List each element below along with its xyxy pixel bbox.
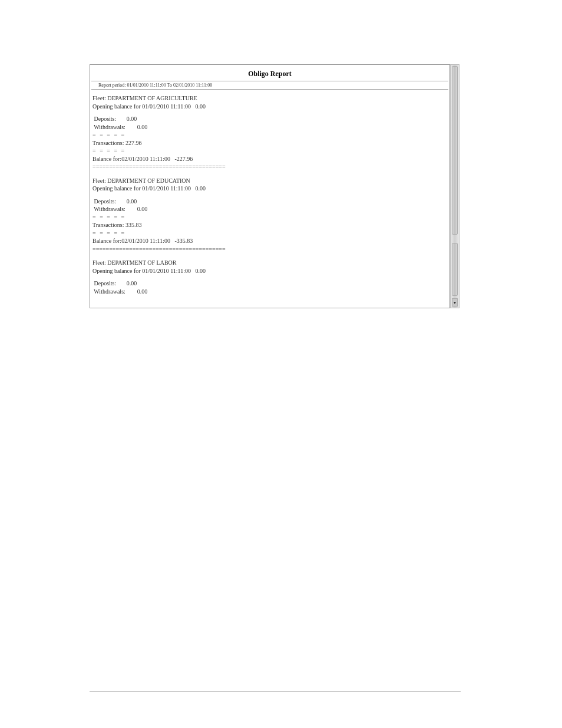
withdrawals-label: Withdrawals:	[94, 124, 125, 130]
transactions-value: 227.96	[125, 140, 142, 146]
balance-prefix: Balance for:	[92, 238, 121, 244]
report-period-value: 01/01/2010 11:11:00 To 02/01/2010 11:11:…	[127, 83, 212, 88]
deposits-row: Deposits: 0.00	[92, 279, 447, 288]
fleet-name-value: DEPARTMENT OF EDUCATION	[107, 177, 190, 184]
fleet-name: Fleet: DEPARTMENT OF LABOR	[92, 259, 447, 267]
fleet-prefix: Fleet:	[92, 177, 107, 184]
opening-balance: Opening balance for 01/01/2010 11:11:00 …	[92, 185, 447, 193]
balance-prefix: Balance for:	[92, 156, 121, 162]
opening-balance: Opening balance for 01/01/2010 11:11:00 …	[92, 103, 447, 111]
separator-dashes: = = = = =	[92, 213, 447, 222]
page-footer-rule	[90, 691, 461, 691]
transactions-row: Transactions: 335.83	[92, 221, 447, 229]
report-frame: Obligo Report Report period: 01/01/2010 …	[90, 64, 450, 308]
withdrawals-label: Withdrawals:	[94, 206, 125, 212]
balance-date: 02/01/2010 11:11:00	[121, 156, 170, 162]
opening-date: 01/01/2010 11:11:00	[142, 185, 191, 192]
report-title: Obligo Report	[90, 65, 449, 81]
fleet-block: Fleet: DEPARTMENT OF LABOR Opening balan…	[92, 259, 447, 295]
transactions-value: 335.83	[125, 222, 142, 228]
withdrawals-value: 0.00	[137, 288, 148, 295]
report-body: Fleet: DEPARTMENT OF AGRICULTURE Opening…	[90, 90, 449, 301]
separator-equals: ========================================	[92, 163, 447, 171]
fleet-prefix: Fleet:	[92, 95, 107, 101]
fleet-block: Fleet: DEPARTMENT OF EDUCATION Opening b…	[92, 177, 447, 253]
withdrawals-value: 0.00	[137, 124, 148, 130]
deposits-value: 0.00	[127, 116, 137, 122]
balance-value: -227.96	[175, 156, 193, 162]
withdrawals-row: Withdrawals: 0.00	[92, 288, 447, 296]
balance-value: -335.83	[175, 238, 193, 244]
separator-equals: ========================================	[92, 245, 447, 253]
opening-balance: Opening balance for 01/01/2010 11:11:00 …	[92, 267, 447, 275]
deposits-row: Deposits: 0.00	[92, 115, 447, 123]
fleet-block: Fleet: DEPARTMENT OF AGRICULTURE Opening…	[92, 94, 447, 171]
fleet-prefix: Fleet:	[92, 259, 107, 266]
opening-value: 0.00	[196, 103, 206, 110]
opening-value: 0.00	[196, 268, 206, 274]
deposits-label: Deposits:	[94, 116, 117, 122]
withdrawals-row: Withdrawals: 0.00	[92, 205, 447, 213]
withdrawals-label: Withdrawals:	[94, 288, 125, 295]
opening-date: 01/01/2010 11:11:00	[142, 103, 191, 110]
deposits-label: Deposits:	[94, 280, 117, 286]
vertical-scrollbar[interactable]: ▾	[450, 64, 459, 308]
balance-row: Balance for:02/01/2010 11:11:00 -335.83	[92, 237, 447, 245]
fleet-name-value: DEPARTMENT OF AGRICULTURE	[107, 95, 197, 101]
deposits-row: Deposits: 0.00	[92, 197, 447, 206]
fleet-name: Fleet: DEPARTMENT OF AGRICULTURE	[92, 94, 447, 103]
fleet-name-value: DEPARTMENT OF LABOR	[107, 259, 176, 266]
opening-prefix: Opening balance for	[92, 103, 142, 110]
deposits-value: 0.00	[127, 198, 137, 205]
withdrawals-row: Withdrawals: 0.00	[92, 123, 447, 131]
transactions-row: Transactions: 227.96	[92, 139, 447, 147]
report-period-row: Report period: 01/01/2010 11:11:00 To 02…	[91, 81, 448, 90]
balance-row: Balance for:02/01/2010 11:11:00 -227.96	[92, 155, 447, 163]
opening-value: 0.00	[196, 185, 206, 192]
fleet-name: Fleet: DEPARTMENT OF EDUCATION	[92, 177, 447, 185]
opening-prefix: Opening balance for	[92, 268, 142, 274]
transactions-label: Transactions:	[92, 140, 125, 146]
scrollbar-arrow-down-icon[interactable]: ▾	[452, 298, 458, 307]
opening-date: 01/01/2010 11:11:00	[142, 268, 191, 274]
withdrawals-value: 0.00	[137, 206, 148, 212]
deposits-value: 0.00	[127, 280, 137, 286]
scrollbar-thumb[interactable]	[452, 243, 458, 296]
opening-prefix: Opening balance for	[92, 185, 142, 192]
separator-dashes: = = = = =	[92, 147, 447, 155]
report-period-label: Report period:	[98, 83, 125, 88]
scrollbar-thumb[interactable]	[452, 66, 458, 235]
separator-dashes: = = = = =	[92, 229, 447, 238]
separator-dashes: = = = = =	[92, 131, 447, 139]
balance-date: 02/01/2010 11:11:00	[121, 238, 170, 244]
transactions-label: Transactions:	[92, 222, 125, 228]
deposits-label: Deposits:	[94, 198, 117, 205]
